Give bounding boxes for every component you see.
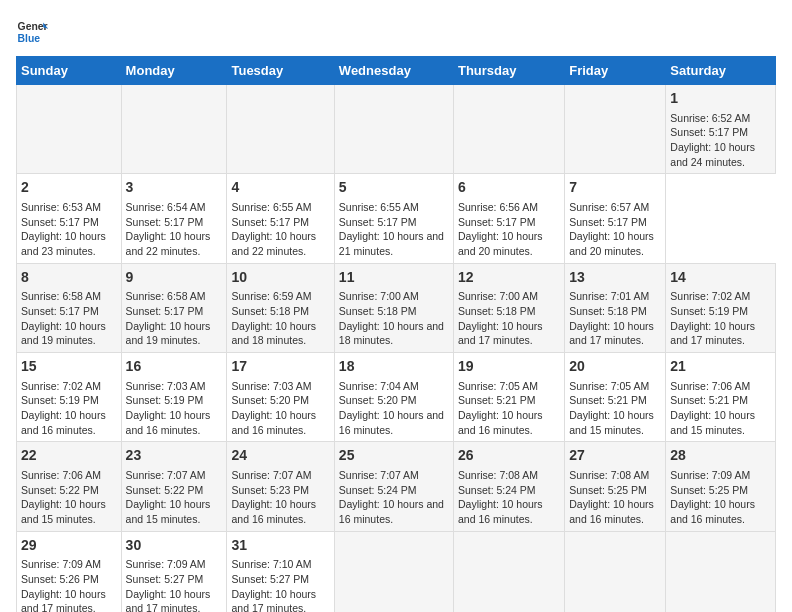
sunset: Sunset: 5:21 PM	[670, 394, 748, 406]
empty-cell	[453, 85, 564, 174]
sunset: Sunset: 5:27 PM	[231, 573, 309, 585]
day-number: 12	[458, 268, 560, 288]
day-cell-24: 24Sunrise: 7:07 AMSunset: 5:23 PMDayligh…	[227, 442, 334, 531]
daylight: Daylight: 10 hours and 18 minutes.	[339, 320, 444, 347]
page-header: General Blue	[16, 16, 776, 48]
sunrise: Sunrise: 7:06 AM	[670, 380, 750, 392]
sunset: Sunset: 5:21 PM	[569, 394, 647, 406]
sunrise: Sunrise: 6:59 AM	[231, 290, 311, 302]
daylight: Daylight: 10 hours and 17 minutes.	[231, 588, 316, 612]
sunset: Sunset: 5:25 PM	[569, 484, 647, 496]
day-number: 27	[569, 446, 661, 466]
day-number: 5	[339, 178, 449, 198]
day-cell-28: 28Sunrise: 7:09 AMSunset: 5:25 PMDayligh…	[666, 442, 776, 531]
day-number: 6	[458, 178, 560, 198]
day-cell-25: 25Sunrise: 7:07 AMSunset: 5:24 PMDayligh…	[334, 442, 453, 531]
sunset: Sunset: 5:17 PM	[126, 216, 204, 228]
sunrise: Sunrise: 7:03 AM	[126, 380, 206, 392]
day-number: 2	[21, 178, 117, 198]
daylight: Daylight: 10 hours and 16 minutes.	[569, 498, 654, 525]
sunrise: Sunrise: 7:02 AM	[670, 290, 750, 302]
day-number: 25	[339, 446, 449, 466]
day-cell-19: 19Sunrise: 7:05 AMSunset: 5:21 PMDayligh…	[453, 353, 564, 442]
day-number: 17	[231, 357, 329, 377]
sunrise: Sunrise: 7:08 AM	[569, 469, 649, 481]
header-tuesday: Tuesday	[227, 57, 334, 85]
sunset: Sunset: 5:20 PM	[339, 394, 417, 406]
daylight: Daylight: 10 hours and 17 minutes.	[569, 320, 654, 347]
day-number: 26	[458, 446, 560, 466]
daylight: Daylight: 10 hours and 17 minutes.	[458, 320, 543, 347]
daylight: Daylight: 10 hours and 22 minutes.	[231, 230, 316, 257]
sunset: Sunset: 5:17 PM	[458, 216, 536, 228]
day-number: 22	[21, 446, 117, 466]
day-number: 29	[21, 536, 117, 556]
calendar-header-row: SundayMondayTuesdayWednesdayThursdayFrid…	[17, 57, 776, 85]
day-cell-14: 14Sunrise: 7:02 AMSunset: 5:19 PMDayligh…	[666, 263, 776, 352]
daylight: Daylight: 10 hours and 20 minutes.	[458, 230, 543, 257]
sunrise: Sunrise: 7:03 AM	[231, 380, 311, 392]
daylight: Daylight: 10 hours and 16 minutes.	[21, 409, 106, 436]
sunrise: Sunrise: 6:56 AM	[458, 201, 538, 213]
daylight: Daylight: 10 hours and 17 minutes.	[126, 588, 211, 612]
day-cell-8: 8Sunrise: 6:58 AMSunset: 5:17 PMDaylight…	[17, 263, 122, 352]
day-cell-21: 21Sunrise: 7:06 AMSunset: 5:21 PMDayligh…	[666, 353, 776, 442]
day-cell-3: 3Sunrise: 6:54 AMSunset: 5:17 PMDaylight…	[121, 174, 227, 263]
sunrise: Sunrise: 6:52 AM	[670, 112, 750, 124]
header-monday: Monday	[121, 57, 227, 85]
day-number: 31	[231, 536, 329, 556]
sunrise: Sunrise: 6:54 AM	[126, 201, 206, 213]
sunset: Sunset: 5:18 PM	[339, 305, 417, 317]
day-cell-30: 30Sunrise: 7:09 AMSunset: 5:27 PMDayligh…	[121, 531, 227, 612]
day-cell-16: 16Sunrise: 7:03 AMSunset: 5:19 PMDayligh…	[121, 353, 227, 442]
day-number: 21	[670, 357, 771, 377]
sunrise: Sunrise: 7:09 AM	[126, 558, 206, 570]
daylight: Daylight: 10 hours and 24 minutes.	[670, 141, 755, 168]
sunset: Sunset: 5:22 PM	[126, 484, 204, 496]
day-number: 16	[126, 357, 223, 377]
sunrise: Sunrise: 7:06 AM	[21, 469, 101, 481]
day-number: 30	[126, 536, 223, 556]
sunrise: Sunrise: 7:07 AM	[126, 469, 206, 481]
sunset: Sunset: 5:18 PM	[458, 305, 536, 317]
day-cell-18: 18Sunrise: 7:04 AMSunset: 5:20 PMDayligh…	[334, 353, 453, 442]
sunrise: Sunrise: 7:07 AM	[339, 469, 419, 481]
day-number: 18	[339, 357, 449, 377]
day-number: 28	[670, 446, 771, 466]
daylight: Daylight: 10 hours and 15 minutes.	[670, 409, 755, 436]
logo-icon: General Blue	[16, 16, 48, 48]
sunrise: Sunrise: 7:02 AM	[21, 380, 101, 392]
sunset: Sunset: 5:17 PM	[231, 216, 309, 228]
calendar-week-5: 22Sunrise: 7:06 AMSunset: 5:22 PMDayligh…	[17, 442, 776, 531]
empty-cell	[453, 531, 564, 612]
sunset: Sunset: 5:24 PM	[339, 484, 417, 496]
calendar-week-3: 8Sunrise: 6:58 AMSunset: 5:17 PMDaylight…	[17, 263, 776, 352]
calendar-table: SundayMondayTuesdayWednesdayThursdayFrid…	[16, 56, 776, 612]
header-thursday: Thursday	[453, 57, 564, 85]
sunrise: Sunrise: 6:55 AM	[231, 201, 311, 213]
sunrise: Sunrise: 7:09 AM	[21, 558, 101, 570]
day-number: 14	[670, 268, 771, 288]
sunset: Sunset: 5:17 PM	[126, 305, 204, 317]
daylight: Daylight: 10 hours and 22 minutes.	[126, 230, 211, 257]
day-cell-7: 7Sunrise: 6:57 AMSunset: 5:17 PMDaylight…	[565, 174, 666, 263]
day-cell-13: 13Sunrise: 7:01 AMSunset: 5:18 PMDayligh…	[565, 263, 666, 352]
sunset: Sunset: 5:21 PM	[458, 394, 536, 406]
header-sunday: Sunday	[17, 57, 122, 85]
daylight: Daylight: 10 hours and 16 minutes.	[339, 498, 444, 525]
day-number: 11	[339, 268, 449, 288]
daylight: Daylight: 10 hours and 18 minutes.	[231, 320, 316, 347]
day-cell-1: 1Sunrise: 6:52 AMSunset: 5:17 PMDaylight…	[666, 85, 776, 174]
daylight: Daylight: 10 hours and 15 minutes.	[569, 409, 654, 436]
sunset: Sunset: 5:20 PM	[231, 394, 309, 406]
day-number: 9	[126, 268, 223, 288]
daylight: Daylight: 10 hours and 17 minutes.	[21, 588, 106, 612]
sunset: Sunset: 5:17 PM	[21, 305, 99, 317]
day-cell-10: 10Sunrise: 6:59 AMSunset: 5:18 PMDayligh…	[227, 263, 334, 352]
sunrise: Sunrise: 7:09 AM	[670, 469, 750, 481]
day-number: 10	[231, 268, 329, 288]
sunrise: Sunrise: 6:58 AM	[21, 290, 101, 302]
day-number: 13	[569, 268, 661, 288]
sunset: Sunset: 5:17 PM	[21, 216, 99, 228]
empty-cell	[565, 85, 666, 174]
